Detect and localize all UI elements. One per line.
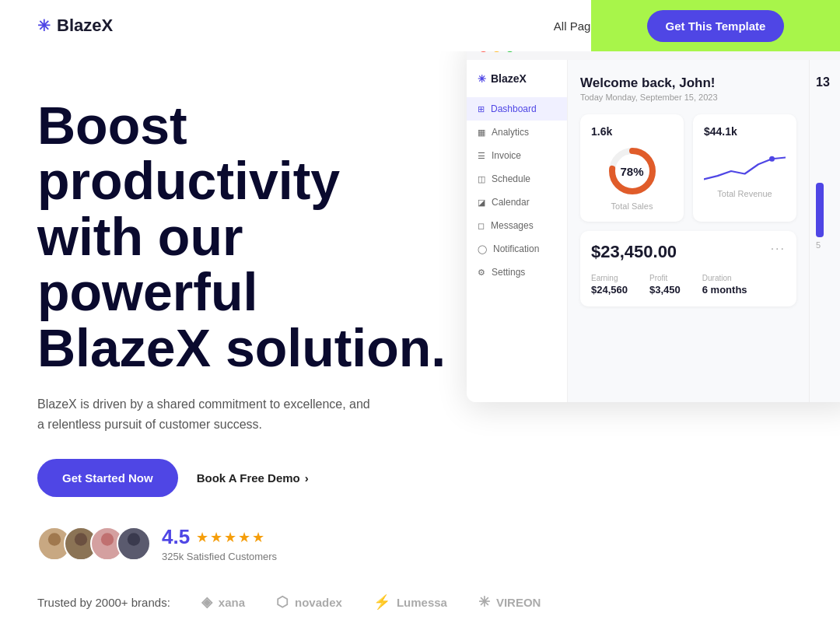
analytics-icon: ▦	[478, 128, 485, 138]
svg-point-1	[44, 548, 65, 562]
rating-info: 4.5 ★★★★★ 325k Satisfied Customers	[162, 525, 277, 562]
book-demo-button[interactable]: Book A Free Demo ›	[197, 471, 309, 485]
dash-logo: ✳ BlazeX	[467, 72, 567, 97]
revenue-value: $44.1k	[704, 125, 786, 138]
earn-col-duration: Duration 6 months	[702, 270, 747, 296]
dash-nav-notification[interactable]: ◯ Notification	[467, 237, 567, 261]
line-chart	[704, 142, 786, 189]
earn-col-profit: Profit $3,450	[649, 270, 681, 296]
notification-icon: ◯	[478, 244, 487, 254]
revenue-label: Total Revenue	[704, 189, 786, 198]
svg-point-6	[128, 534, 140, 546]
earn-amount: $23,450.00	[591, 242, 677, 262]
logo-text: BlazeX	[57, 16, 113, 36]
sales-label: Total Sales	[591, 201, 673, 211]
duration-value: 6 months	[702, 284, 747, 296]
earning-label: Earning	[591, 274, 618, 282]
invoice-icon: ☰	[478, 151, 485, 161]
get-started-button[interactable]: Get Started Now	[37, 459, 178, 497]
dash-body: ✳ BlazeX ⊞ Dashboard ▦ Analytics ☰ Invoi…	[467, 60, 840, 402]
svg-point-7	[123, 548, 144, 562]
dash-nav-settings[interactable]: ⚙ Settings	[467, 261, 567, 284]
dashboard-preview: ✳ BlazeX ⊞ Dashboard ▦ Analytics ☰ Invoi…	[467, 36, 840, 402]
hero-buttons: Get Started Now Book A Free Demo ›	[37, 459, 803, 497]
cta-area: Get This Template	[591, 0, 840, 51]
vireon-icon: ✳	[478, 593, 490, 611]
profit-label: Profit	[649, 274, 667, 282]
arrow-right-icon: ›	[305, 471, 309, 485]
avatar-group	[37, 527, 151, 561]
brand-novadex: ⬡ novadex	[276, 593, 342, 611]
calendar-icon: ◪	[478, 198, 485, 208]
earn-col-earning: Earning $24,560	[591, 270, 628, 296]
total-revenue-card: $44.1k Total Revenue	[693, 114, 796, 222]
sales-value: 1.6k	[591, 125, 673, 138]
dash-nav-schedule[interactable]: ◫ Schedule	[467, 167, 567, 191]
svg-point-3	[70, 548, 91, 562]
svg-point-2	[75, 534, 87, 546]
dashboard-icon: ⊞	[478, 104, 485, 114]
dash-sidebar: ✳ BlazeX ⊞ Dashboard ▦ Analytics ☰ Invoi…	[467, 60, 568, 402]
dash-main: Welcome back, John! Today Monday, Septem…	[568, 60, 809, 402]
get-template-button[interactable]: Get This Template	[647, 10, 785, 42]
donut-percent: 78%	[620, 165, 643, 178]
bottom-section: 🖼	[0, 626, 840, 630]
lumessa-icon: ⚡	[373, 593, 390, 611]
earning-card: $23,450.00 ··· Earning $24,560 Profit $3…	[580, 231, 796, 306]
trusted-label: Trusted by 2000+ brands:	[37, 596, 170, 609]
brand-logos: ◈ xana ⬡ novadex ⚡ Lumessa ✳ VIREON	[201, 593, 541, 611]
logo-icon: ✳	[37, 16, 51, 35]
hero-section: Boost productivity with our powerful Bla…	[0, 51, 840, 562]
brand-xana: ◈ xana	[201, 593, 245, 611]
star-icons: ★★★★★	[196, 529, 266, 546]
earn-header: $23,450.00 ···	[591, 242, 786, 262]
brand-lumessa: ⚡ Lumessa	[373, 593, 447, 611]
social-proof: 4.5 ★★★★★ 325k Satisfied Customers	[37, 525, 803, 562]
dash-nav-analytics[interactable]: ▦ Analytics	[467, 121, 567, 144]
customers-label: 325k Satisfied Customers	[162, 551, 277, 562]
dash-date: Today Monday, September 15, 2023	[580, 93, 796, 102]
more-options-icon[interactable]: ···	[771, 242, 786, 256]
dash-nav-calendar[interactable]: ◪ Calendar	[467, 191, 567, 214]
svg-point-5	[96, 548, 117, 562]
hero-subtext: BlazeX is driven by a shared commitment …	[37, 394, 380, 434]
dash-nav-messages[interactable]: ◻ Messages	[467, 214, 567, 237]
xana-icon: ◈	[201, 593, 212, 611]
settings-icon: ⚙	[478, 268, 485, 278]
dash-welcome: Welcome back, John!	[580, 75, 796, 91]
rating-number: 4.5	[162, 525, 190, 549]
novadex-icon: ⬡	[276, 593, 289, 611]
dash-cards: 1.6k 78% Total Sales $44.1k	[580, 114, 796, 222]
navbar: ✳ BlazeX All Pages ▾ Pricing Contact Abo…	[0, 0, 840, 51]
profit-value: $3,450	[649, 284, 681, 296]
trusted-section: Trusted by 2000+ brands: ◈ xana ⬡ novade…	[0, 562, 840, 626]
messages-icon: ◻	[478, 221, 485, 231]
schedule-icon: ◫	[478, 174, 485, 184]
logo[interactable]: ✳ BlazeX	[37, 16, 113, 36]
dash-nav-invoice[interactable]: ☰ Invoice	[467, 144, 567, 167]
svg-point-10	[769, 156, 775, 162]
earn-row: Earning $24,560 Profit $3,450 Duration 6…	[591, 270, 786, 296]
total-sales-card: 1.6k 78% Total Sales	[580, 114, 684, 222]
partial-bar	[816, 183, 824, 237]
partial-card-area: 13 5	[809, 60, 840, 402]
earning-value: $24,560	[591, 284, 628, 296]
svg-point-0	[48, 534, 61, 546]
brand-vireon: ✳ VIREON	[478, 593, 541, 611]
hero-heading: Boost productivity with our powerful Bla…	[37, 98, 473, 376]
duration-label: Duration	[702, 274, 732, 282]
dash-nav-dashboard[interactable]: ⊞ Dashboard	[467, 97, 567, 121]
partial-value: 13	[816, 75, 840, 89]
donut-chart: 78%	[605, 144, 660, 198]
svg-point-4	[101, 534, 114, 546]
avatar	[117, 527, 151, 561]
